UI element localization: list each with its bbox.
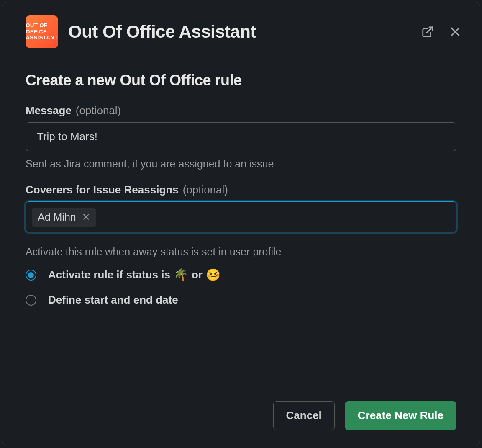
radio-indicator-unselected [26,295,36,306]
message-label-text: Message [26,104,72,117]
activation-hint: Activate this rule when away status is s… [26,246,456,258]
radio-option-dates[interactable]: Define start and end date [26,294,456,306]
coverer-chip-label: Ad Mihn [38,211,76,223]
remove-icon [82,213,90,221]
modal-footer: Cancel Create New Rule [2,386,480,445]
message-input[interactable] [26,122,456,151]
section-title: Create a new Out Of Office rule [26,72,456,89]
open-external-button[interactable] [420,24,436,40]
modal-dialog: OUT OFOFFICEASSISTANT Out Of Office Assi… [2,2,480,445]
remove-coverer-button[interactable] [82,213,90,221]
coverers-label-optional: (optional) [183,183,228,196]
coverer-chip: Ad Mihn [32,208,96,227]
modal-title: Out Of Office Assistant [68,22,410,42]
radio-label-status-connector: or [192,268,203,281]
coverers-multiselect[interactable]: Ad Mihn [26,201,456,232]
radio-label-status-pre: Activate rule if status is [48,268,170,281]
message-help-text: Sent as Jira comment, if you are assigne… [26,158,456,170]
create-rule-button[interactable]: Create New Rule [345,401,456,430]
coverers-label-text: Coverers for Issue Reassigns [26,183,179,196]
radio-indicator-selected [26,270,36,281]
cancel-button[interactable]: Cancel [273,401,335,430]
app-icon-text: OUT OFOFFICEASSISTANT [22,23,61,41]
coverers-label: Coverers for Issue Reassigns (optional) [26,183,456,196]
close-button[interactable] [447,24,463,40]
message-field-group: Message (optional) Sent as Jira comment,… [26,104,456,170]
coverers-field-group: Coverers for Issue Reassigns (optional) … [26,183,456,232]
svg-line-0 [427,27,433,33]
external-link-icon [421,26,434,38]
header-actions [420,24,463,40]
radio-label-dates: Define start and end date [48,294,178,306]
palm-tree-emoji-icon: 🌴 [174,268,188,282]
radio-label-status: Activate rule if status is 🌴 or 🤒 [48,268,220,282]
message-label-optional: (optional) [76,104,121,117]
app-icon: OUT OFOFFICEASSISTANT [26,15,58,48]
close-icon [449,26,461,38]
modal-body: Create a new Out Of Office rule Message … [2,58,480,386]
radio-option-status[interactable]: Activate rule if status is 🌴 or 🤒 [26,268,456,282]
sick-face-emoji-icon: 🤒 [206,268,220,282]
message-label: Message (optional) [26,104,456,117]
modal-header: OUT OFOFFICEASSISTANT Out Of Office Assi… [2,2,480,58]
